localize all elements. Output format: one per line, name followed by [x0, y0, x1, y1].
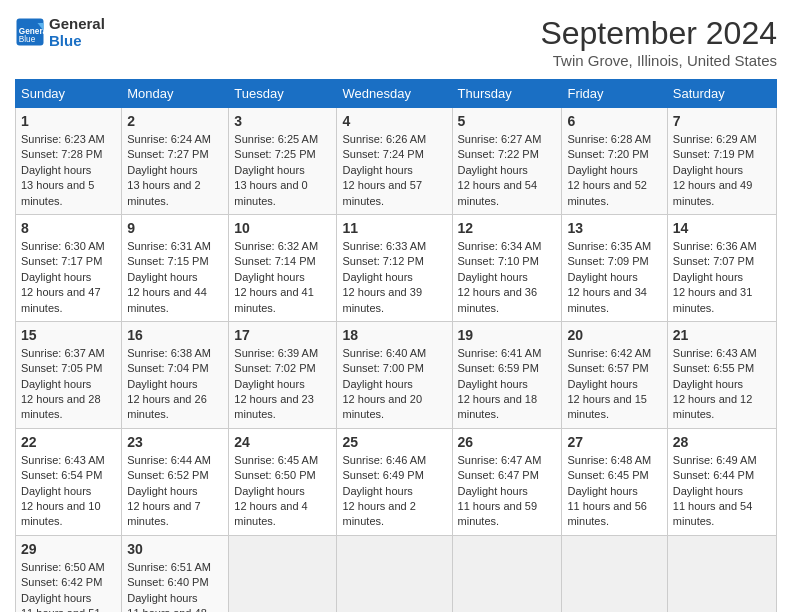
day-info: Sunrise: 6:29 AM Sunset: 7:19 PM Dayligh… — [673, 132, 771, 209]
weekday-header-wednesday: Wednesday — [337, 80, 452, 108]
day-info: Sunrise: 6:43 AM Sunset: 6:54 PM Dayligh… — [21, 453, 116, 530]
calendar-cell — [562, 535, 667, 612]
calendar-cell: 18 Sunrise: 6:40 AM Sunset: 7:00 PM Dayl… — [337, 321, 452, 428]
page-title: September 2024 — [540, 15, 777, 52]
day-number: 12 — [458, 220, 557, 236]
day-info: Sunrise: 6:44 AM Sunset: 6:52 PM Dayligh… — [127, 453, 223, 530]
day-number: 15 — [21, 327, 116, 343]
day-number: 1 — [21, 113, 116, 129]
day-number: 28 — [673, 434, 771, 450]
day-number: 7 — [673, 113, 771, 129]
day-number: 18 — [342, 327, 446, 343]
day-number: 21 — [673, 327, 771, 343]
day-number: 29 — [21, 541, 116, 557]
calendar-cell: 19 Sunrise: 6:41 AM Sunset: 6:59 PM Dayl… — [452, 321, 562, 428]
calendar-cell: 21 Sunrise: 6:43 AM Sunset: 6:55 PM Dayl… — [667, 321, 776, 428]
day-info: Sunrise: 6:38 AM Sunset: 7:04 PM Dayligh… — [127, 346, 223, 423]
calendar-cell: 26 Sunrise: 6:47 AM Sunset: 6:47 PM Dayl… — [452, 428, 562, 535]
calendar-cell: 27 Sunrise: 6:48 AM Sunset: 6:45 PM Dayl… — [562, 428, 667, 535]
weekday-header-monday: Monday — [122, 80, 229, 108]
day-number: 6 — [567, 113, 661, 129]
day-info: Sunrise: 6:26 AM Sunset: 7:24 PM Dayligh… — [342, 132, 446, 209]
day-number: 10 — [234, 220, 331, 236]
day-number: 9 — [127, 220, 223, 236]
logo-text-blue: Blue — [49, 32, 105, 49]
day-info: Sunrise: 6:39 AM Sunset: 7:02 PM Dayligh… — [234, 346, 331, 423]
day-info: Sunrise: 6:36 AM Sunset: 7:07 PM Dayligh… — [673, 239, 771, 316]
calendar-cell: 5 Sunrise: 6:27 AM Sunset: 7:22 PM Dayli… — [452, 108, 562, 215]
calendar-cell: 28 Sunrise: 6:49 AM Sunset: 6:44 PM Dayl… — [667, 428, 776, 535]
weekday-header-thursday: Thursday — [452, 80, 562, 108]
calendar-cell: 30 Sunrise: 6:51 AM Sunset: 6:40 PM Dayl… — [122, 535, 229, 612]
calendar-cell: 3 Sunrise: 6:25 AM Sunset: 7:25 PM Dayli… — [229, 108, 337, 215]
day-number: 24 — [234, 434, 331, 450]
logo-text-general: General — [49, 15, 105, 32]
calendar-cell: 4 Sunrise: 6:26 AM Sunset: 7:24 PM Dayli… — [337, 108, 452, 215]
calendar-cell — [667, 535, 776, 612]
logo: General Blue General Blue — [15, 15, 105, 49]
day-number: 13 — [567, 220, 661, 236]
calendar-table: SundayMondayTuesdayWednesdayThursdayFrid… — [15, 79, 777, 612]
day-info: Sunrise: 6:28 AM Sunset: 7:20 PM Dayligh… — [567, 132, 661, 209]
calendar-cell: 8 Sunrise: 6:30 AM Sunset: 7:17 PM Dayli… — [16, 214, 122, 321]
day-number: 14 — [673, 220, 771, 236]
day-info: Sunrise: 6:45 AM Sunset: 6:50 PM Dayligh… — [234, 453, 331, 530]
day-info: Sunrise: 6:37 AM Sunset: 7:05 PM Dayligh… — [21, 346, 116, 423]
calendar-cell: 7 Sunrise: 6:29 AM Sunset: 7:19 PM Dayli… — [667, 108, 776, 215]
calendar-week-row: 8 Sunrise: 6:30 AM Sunset: 7:17 PM Dayli… — [16, 214, 777, 321]
calendar-cell: 13 Sunrise: 6:35 AM Sunset: 7:09 PM Dayl… — [562, 214, 667, 321]
day-number: 11 — [342, 220, 446, 236]
day-info: Sunrise: 6:23 AM Sunset: 7:28 PM Dayligh… — [21, 132, 116, 209]
calendar-week-row: 29 Sunrise: 6:50 AM Sunset: 6:42 PM Dayl… — [16, 535, 777, 612]
calendar-cell: 25 Sunrise: 6:46 AM Sunset: 6:49 PM Dayl… — [337, 428, 452, 535]
calendar-cell: 2 Sunrise: 6:24 AM Sunset: 7:27 PM Dayli… — [122, 108, 229, 215]
day-info: Sunrise: 6:32 AM Sunset: 7:14 PM Dayligh… — [234, 239, 331, 316]
day-number: 3 — [234, 113, 331, 129]
calendar-cell: 14 Sunrise: 6:36 AM Sunset: 7:07 PM Dayl… — [667, 214, 776, 321]
day-info: Sunrise: 6:24 AM Sunset: 7:27 PM Dayligh… — [127, 132, 223, 209]
calendar-cell: 17 Sunrise: 6:39 AM Sunset: 7:02 PM Dayl… — [229, 321, 337, 428]
page-subtitle: Twin Grove, Illinois, United States — [540, 52, 777, 69]
calendar-cell: 22 Sunrise: 6:43 AM Sunset: 6:54 PM Dayl… — [16, 428, 122, 535]
day-number: 27 — [567, 434, 661, 450]
calendar-week-row: 1 Sunrise: 6:23 AM Sunset: 7:28 PM Dayli… — [16, 108, 777, 215]
calendar-cell: 11 Sunrise: 6:33 AM Sunset: 7:12 PM Dayl… — [337, 214, 452, 321]
day-number: 19 — [458, 327, 557, 343]
calendar-cell: 29 Sunrise: 6:50 AM Sunset: 6:42 PM Dayl… — [16, 535, 122, 612]
calendar-cell: 20 Sunrise: 6:42 AM Sunset: 6:57 PM Dayl… — [562, 321, 667, 428]
day-number: 30 — [127, 541, 223, 557]
calendar-cell: 16 Sunrise: 6:38 AM Sunset: 7:04 PM Dayl… — [122, 321, 229, 428]
day-number: 4 — [342, 113, 446, 129]
day-info: Sunrise: 6:50 AM Sunset: 6:42 PM Dayligh… — [21, 560, 116, 612]
day-info: Sunrise: 6:33 AM Sunset: 7:12 PM Dayligh… — [342, 239, 446, 316]
calendar-header-row: SundayMondayTuesdayWednesdayThursdayFrid… — [16, 80, 777, 108]
day-info: Sunrise: 6:47 AM Sunset: 6:47 PM Dayligh… — [458, 453, 557, 530]
calendar-cell: 24 Sunrise: 6:45 AM Sunset: 6:50 PM Dayl… — [229, 428, 337, 535]
svg-text:Blue: Blue — [19, 35, 36, 44]
title-area: September 2024 Twin Grove, Illinois, Uni… — [540, 15, 777, 69]
day-info: Sunrise: 6:25 AM Sunset: 7:25 PM Dayligh… — [234, 132, 331, 209]
logo-icon: General Blue — [15, 17, 45, 47]
day-number: 25 — [342, 434, 446, 450]
day-number: 8 — [21, 220, 116, 236]
day-info: Sunrise: 6:31 AM Sunset: 7:15 PM Dayligh… — [127, 239, 223, 316]
calendar-cell: 23 Sunrise: 6:44 AM Sunset: 6:52 PM Dayl… — [122, 428, 229, 535]
day-info: Sunrise: 6:42 AM Sunset: 6:57 PM Dayligh… — [567, 346, 661, 423]
weekday-header-sunday: Sunday — [16, 80, 122, 108]
day-number: 26 — [458, 434, 557, 450]
day-info: Sunrise: 6:34 AM Sunset: 7:10 PM Dayligh… — [458, 239, 557, 316]
calendar-cell: 10 Sunrise: 6:32 AM Sunset: 7:14 PM Dayl… — [229, 214, 337, 321]
calendar-cell: 15 Sunrise: 6:37 AM Sunset: 7:05 PM Dayl… — [16, 321, 122, 428]
calendar-cell — [452, 535, 562, 612]
calendar-week-row: 15 Sunrise: 6:37 AM Sunset: 7:05 PM Dayl… — [16, 321, 777, 428]
calendar-cell — [337, 535, 452, 612]
weekday-header-tuesday: Tuesday — [229, 80, 337, 108]
calendar-week-row: 22 Sunrise: 6:43 AM Sunset: 6:54 PM Dayl… — [16, 428, 777, 535]
day-info: Sunrise: 6:43 AM Sunset: 6:55 PM Dayligh… — [673, 346, 771, 423]
day-number: 17 — [234, 327, 331, 343]
day-info: Sunrise: 6:30 AM Sunset: 7:17 PM Dayligh… — [21, 239, 116, 316]
day-number: 5 — [458, 113, 557, 129]
weekday-header-friday: Friday — [562, 80, 667, 108]
calendar-cell: 1 Sunrise: 6:23 AM Sunset: 7:28 PM Dayli… — [16, 108, 122, 215]
day-number: 22 — [21, 434, 116, 450]
